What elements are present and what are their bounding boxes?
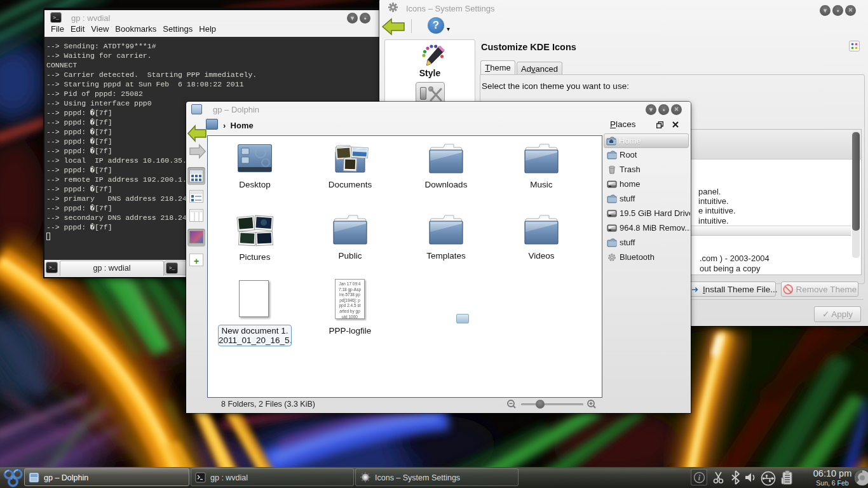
svg-text:i: i [698,473,701,482]
